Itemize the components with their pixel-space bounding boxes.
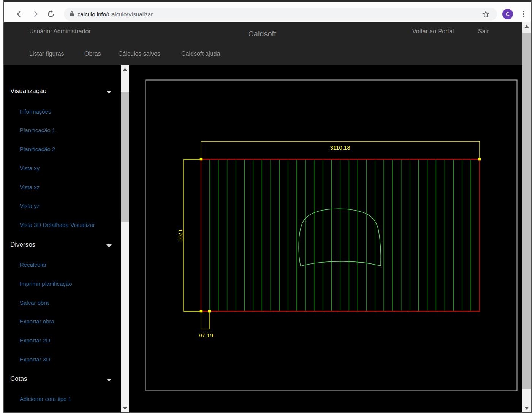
avatar[interactable]: C: [502, 9, 513, 19]
sidebar-item-vista-yz[interactable]: Vista yz: [20, 203, 40, 209]
app-background: [4, 22, 531, 412]
page-scrollbar-thumb[interactable]: [522, 33, 531, 389]
sidebar-item-adicionar-cota-tipo-1[interactable]: Adicionar cota tipo 1: [20, 396, 71, 402]
sidebar-item-vista-3d[interactable]: Vista 3D Detalhada Visualizar: [20, 222, 95, 228]
url-path: /Calculo/Visualizar: [106, 11, 153, 17]
forward-icon[interactable]: [31, 9, 41, 19]
sidebar-section-cotas[interactable]: Cotas: [10, 375, 27, 383]
chevron-down-icon[interactable]: [106, 91, 112, 94]
sidebar-item-vista-xz[interactable]: Vista xz: [20, 184, 40, 190]
scroll-up-icon[interactable]: [522, 22, 531, 31]
browser-menu-icon[interactable]: [521, 9, 527, 19]
portal-link[interactable]: Voltar ao Portal: [412, 28, 454, 35]
sidebar-item-exportar-2d[interactable]: Exportar 2D: [20, 337, 50, 344]
sidebar-item-vista-xy[interactable]: Vista xy: [20, 165, 40, 171]
nav-item-listar-figuras[interactable]: Listar figuras: [29, 51, 64, 57]
sidebar-item-informacoes[interactable]: Informações: [20, 108, 51, 115]
sidebar-section-visualizacao[interactable]: Visualização: [10, 87, 46, 95]
sidebar-item-recalcular[interactable]: Recalcular: [20, 261, 47, 268]
sidebar-item-planificacao-1[interactable]: Planificação 1: [20, 127, 55, 133]
sidebar-item-planificacao-2[interactable]: Planificação 2: [20, 146, 55, 152]
address-bar[interactable]: calculo.info/Calculo/Visualizar: [64, 8, 497, 21]
scroll-up-icon[interactable]: [121, 65, 129, 74]
browser-window: calculo.info/Calculo/Visualizar C Usuári…: [0, 0, 532, 415]
back-icon[interactable]: [14, 9, 24, 19]
sidebar-item-imprimir-planificacao[interactable]: Imprimir planificação: [20, 280, 72, 287]
sidebar-item-salvar-obra[interactable]: Salvar obra: [20, 299, 49, 306]
nav-item-calculos-salvos[interactable]: Cálculos salvos: [118, 51, 160, 57]
user-label: Usuário: Administrador: [29, 28, 91, 35]
chevron-down-icon[interactable]: [106, 379, 112, 382]
sidebar-section-diversos[interactable]: Diversos: [10, 241, 35, 249]
url: calculo.info/Calculo/Visualizar: [78, 11, 153, 17]
nav-item-caldsoft-ajuda[interactable]: Caldsoft ajuda: [181, 51, 220, 57]
scroll-down-icon[interactable]: [522, 404, 531, 412]
browser-toolbar: calculo.info/Calculo/Visualizar C: [4, 2, 531, 22]
scroll-down-icon[interactable]: [121, 404, 129, 412]
sidebar-scrollbar-thumb[interactable]: [121, 92, 129, 222]
lock-icon: [69, 11, 74, 19]
sidebar-item-exportar-3d[interactable]: Exportar 3D: [20, 356, 50, 363]
sidebar-scrollbar[interactable]: [121, 65, 129, 412]
app-title: Caldsoft: [224, 30, 300, 38]
page-scrollbar[interactable]: [522, 22, 531, 412]
bookmark-star-icon[interactable]: [482, 10, 490, 20]
sidebar-item-exportar-obra[interactable]: Exportar obra: [20, 318, 54, 325]
url-host: calculo.info: [78, 11, 106, 17]
logout-link[interactable]: Sair: [478, 28, 489, 35]
reload-icon[interactable]: [46, 9, 56, 19]
nav-item-obras[interactable]: Obras: [84, 51, 101, 57]
chevron-down-icon[interactable]: [106, 244, 112, 247]
